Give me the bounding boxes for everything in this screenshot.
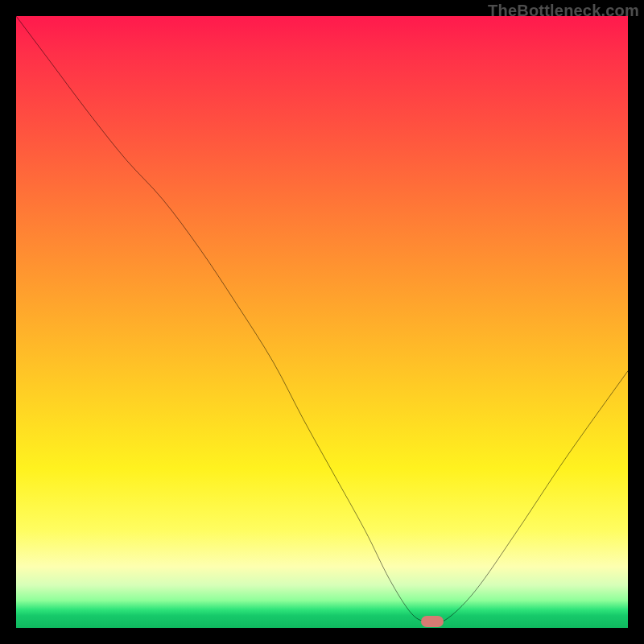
plot-area bbox=[16, 16, 628, 628]
chart-stage: TheBottleneck.com bbox=[0, 0, 644, 644]
bottleneck-curve-path bbox=[16, 16, 628, 624]
optimum-marker bbox=[421, 616, 444, 627]
bottleneck-curve bbox=[16, 16, 628, 628]
